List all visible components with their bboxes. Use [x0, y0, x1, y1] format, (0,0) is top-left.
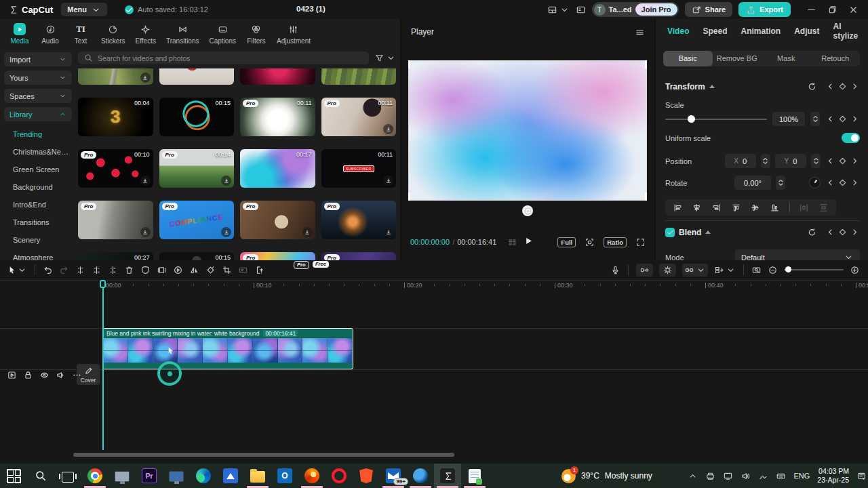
media-thumbnail-aerial-road[interactable]	[78, 68, 153, 85]
split-left-button[interactable]	[75, 265, 85, 275]
media-thumbnail-neon-ring[interactable]: 00:15	[159, 98, 235, 136]
scale-value[interactable]: 100%	[772, 112, 805, 126]
taskbar-app-search[interactable]	[27, 464, 54, 488]
download-icon[interactable]	[140, 176, 151, 186]
mirror-button[interactable]	[189, 265, 199, 275]
align-center-vertical-icon[interactable]	[750, 203, 760, 213]
fullscreen-button[interactable]	[635, 237, 646, 247]
full-button[interactable]: Full	[557, 237, 576, 247]
taskbar-app-outlook[interactable]: O	[271, 464, 298, 488]
zoom-out-button[interactable]	[768, 265, 778, 275]
preview-quality-button[interactable]	[751, 265, 762, 275]
media-thumbnail-blue-ink[interactable]: 00:17	[240, 149, 315, 188]
horizontal-scrollbar[interactable]	[73, 453, 454, 457]
sidebar-group-spaces[interactable]: Spaces	[4, 89, 72, 103]
reset-blend-icon[interactable]	[807, 227, 817, 237]
playhead-handle[interactable]	[100, 280, 106, 288]
rotate-button[interactable]	[205, 265, 216, 275]
media-thumbnail-compliance[interactable]: COMPLIANCEPro	[159, 201, 235, 239]
select-tool-button[interactable]	[7, 265, 17, 275]
blend-mode-select[interactable]: Default	[735, 249, 860, 260]
properties-tab-ai-stylize[interactable]: AI stylize	[833, 22, 859, 41]
crop-button[interactable]	[222, 265, 232, 275]
more-options-icon[interactable]	[72, 370, 82, 380]
taskbar-app-edge[interactable]	[190, 464, 217, 488]
user-account[interactable]: T Ta...ed Join Pro	[592, 2, 679, 17]
sidebar-item-scenery[interactable]: Scenery	[4, 231, 72, 249]
position-y-stepper[interactable]	[811, 154, 821, 168]
sidebar-item-background[interactable]: Background	[4, 178, 72, 196]
media-thumbnail-purple-sparkle[interactable]: Pro	[321, 252, 397, 260]
properties-tab-video[interactable]: Video	[667, 26, 689, 36]
zoom-in-button[interactable]	[850, 265, 860, 275]
track-options-chevron-icon[interactable]	[726, 265, 736, 275]
preview-axis-toggle[interactable]	[659, 264, 676, 277]
blend-checkbox[interactable]	[665, 228, 675, 237]
sidebar-group-yours[interactable]: Yours	[4, 70, 72, 85]
speed-button[interactable]	[173, 265, 183, 275]
export-button[interactable]: Export	[738, 2, 791, 17]
frame-view-icon[interactable]	[507, 237, 517, 247]
media-thumbnail-green-texture[interactable]	[321, 68, 397, 85]
minimize-button[interactable]	[806, 5, 816, 15]
subtab-mask[interactable]: Mask	[762, 51, 811, 66]
taskbar-app-remote-desktop[interactable]	[108, 464, 136, 488]
rotate-stepper[interactable]	[776, 176, 785, 190]
position-x-value[interactable]: 0	[743, 157, 747, 165]
weather-widget[interactable]: 1 39°C Mostly sunny	[561, 464, 652, 488]
media-tab-audio[interactable]: Audio	[40, 23, 60, 45]
media-thumbnail-dark-clip[interactable]: 00:15	[159, 252, 235, 260]
link-toggle[interactable]	[682, 264, 708, 277]
printer-tray-icon[interactable]	[705, 471, 715, 481]
filter-icon[interactable]	[374, 53, 384, 63]
media-tab-adjustment[interactable]: Adjustment	[277, 23, 311, 45]
sidebar-item-atmosphere[interactable]: Atmosphere	[4, 249, 72, 260]
blend-keyframe[interactable]	[825, 227, 860, 237]
taskbar-app-capcut[interactable]	[434, 464, 461, 488]
taskbar-app-brave[interactable]	[353, 464, 380, 488]
download-icon[interactable]	[302, 227, 313, 237]
media-thumbnail-subscribe[interactable]: SUBSCRIBED00:11	[321, 149, 397, 188]
split-right-button[interactable]	[108, 265, 118, 275]
position-keyframe[interactable]	[825, 156, 860, 166]
select-tool-chevron-icon[interactable]	[17, 265, 27, 275]
taskbar-app-thunderbird[interactable]	[407, 464, 434, 488]
extract-audio-button[interactable]	[254, 265, 264, 275]
rotate-keyframe[interactable]	[825, 178, 860, 188]
rotate-handle[interactable]	[522, 205, 533, 216]
scale-slider[interactable]	[665, 119, 767, 120]
timeline-ruler[interactable]: 00:0000:1000:2000:3000:4000:50	[0, 280, 868, 291]
join-pro-button[interactable]: Join Pro	[635, 3, 677, 16]
auto-snap-toggle[interactable]	[636, 264, 653, 277]
properties-tab-speed[interactable]: Speed	[703, 26, 727, 36]
sidebar-item-trending[interactable]: Trending	[4, 125, 72, 143]
media-thumbnail-rocky-shore[interactable]: Pro	[78, 201, 153, 239]
media-tab-text[interactable]: TIText	[71, 23, 91, 45]
subtab-retouch[interactable]: Retouch	[811, 51, 861, 66]
menu-button[interactable]: Menu	[61, 3, 107, 16]
media-thumbnail-white-flower[interactable]: Pro00:11	[240, 98, 315, 136]
media-tab-transitions[interactable]: Transitions	[166, 23, 199, 45]
player-menu-icon[interactable]	[635, 27, 645, 37]
scale-keyframe[interactable]	[825, 114, 860, 124]
preview-handle[interactable]	[408, 60, 410, 68]
scale-slider-knob[interactable]	[688, 115, 695, 123]
timeline-zoom-slider[interactable]	[784, 269, 844, 270]
properties-tab-adjust[interactable]: Adjust	[794, 26, 819, 36]
media-thumbnail-red-flower[interactable]	[240, 68, 315, 85]
volume-tray-icon[interactable]	[741, 471, 751, 481]
layout-toggle-icon[interactable]	[547, 5, 557, 15]
track-options-button[interactable]	[714, 265, 724, 275]
media-thumbnail-gold-three[interactable]: 300:04	[78, 98, 153, 136]
taskbar-app-premiere[interactable]: Pr	[136, 464, 163, 488]
download-icon[interactable]	[140, 227, 151, 237]
ratio-button[interactable]: Ratio	[604, 237, 627, 247]
preview-handle[interactable]	[645, 60, 647, 68]
download-icon[interactable]	[383, 124, 393, 134]
taskbar-app-chrome[interactable]	[81, 464, 108, 488]
play-button[interactable]	[523, 236, 533, 246]
align-right-icon[interactable]	[711, 203, 722, 213]
uniform-scale-toggle[interactable]	[842, 133, 860, 143]
lock-track-icon[interactable]	[23, 370, 33, 380]
restore-button[interactable]	[827, 5, 837, 15]
